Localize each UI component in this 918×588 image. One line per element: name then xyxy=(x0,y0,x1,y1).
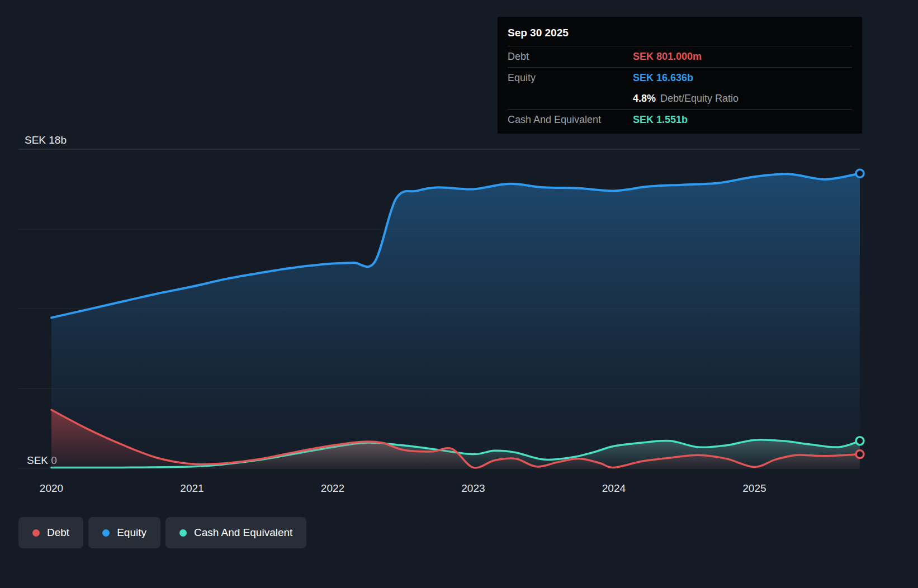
equity-dot-icon xyxy=(102,529,110,537)
cash-dot-icon xyxy=(179,529,187,537)
debt-dot-icon xyxy=(32,529,40,537)
svg-text:2024: 2024 xyxy=(602,482,626,494)
svg-text:2021: 2021 xyxy=(180,482,204,494)
svg-text:2022: 2022 xyxy=(321,482,344,494)
chart-plot-area[interactable]: 202020212022202320242025 xyxy=(0,0,918,588)
chart-legend: Debt Equity Cash And Equivalent xyxy=(18,517,306,548)
svg-text:2025: 2025 xyxy=(742,482,766,494)
legend-item-cash[interactable]: Cash And Equivalent xyxy=(165,517,306,548)
legend-item-equity[interactable]: Equity xyxy=(88,517,160,548)
legend-debt-label: Debt xyxy=(47,527,69,539)
legend-item-debt[interactable]: Debt xyxy=(18,517,83,548)
svg-text:2023: 2023 xyxy=(461,482,485,494)
debt-equity-chart-page: Sep 30 2025 Debt SEK 801.000m Equity SEK… xyxy=(0,0,918,588)
legend-equity-label: Equity xyxy=(117,527,146,539)
svg-text:2020: 2020 xyxy=(40,482,63,494)
legend-cash-label: Cash And Equivalent xyxy=(194,527,292,539)
